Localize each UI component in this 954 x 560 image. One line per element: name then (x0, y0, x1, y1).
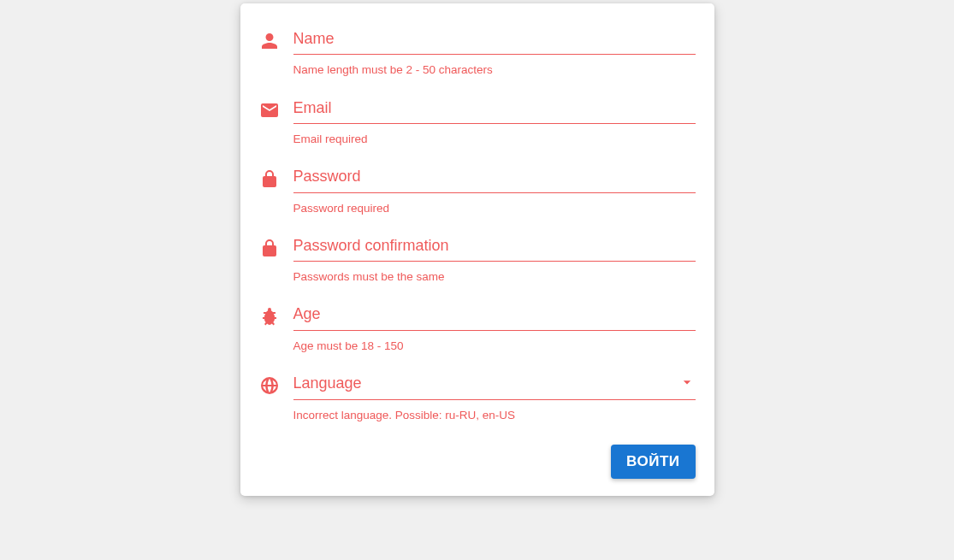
password-hint: Password required (293, 202, 696, 215)
chevron-down-icon (678, 374, 696, 394)
field-email: Email Email required (259, 93, 696, 147)
mail-icon (259, 93, 293, 121)
lock-icon (259, 162, 293, 189)
field-age: Age Age must be 18 - 150 (259, 299, 696, 353)
password-confirm-label: Password confirmation (293, 236, 449, 256)
globe-icon (259, 368, 293, 396)
password-confirm-hint: Passwords must be the same (293, 270, 696, 284)
age-hint: Age must be 18 - 150 (293, 339, 696, 353)
age-input[interactable]: Age (293, 299, 696, 330)
age-label: Age (293, 304, 321, 324)
name-hint: Name length must be 2 - 50 characters (293, 63, 696, 77)
language-label: Language (293, 374, 362, 393)
field-password-confirm: Password confirmation Passwords must be … (259, 231, 696, 285)
form-actions: ВОЙТИ (259, 445, 696, 479)
name-label: Name (293, 29, 335, 49)
person-icon (259, 24, 293, 51)
submit-button[interactable]: ВОЙТИ (611, 445, 695, 479)
password-label: Password (293, 167, 361, 186)
language-hint: Incorrect language. Possible: ru-RU, en-… (293, 409, 696, 422)
field-name: Name Name length must be 2 - 50 characte… (259, 24, 696, 78)
email-input[interactable]: Email (293, 93, 696, 124)
password-input[interactable]: Password (293, 162, 696, 192)
field-language: Language Incorrect language. Possible: r… (259, 368, 696, 422)
bug-icon (259, 299, 293, 327)
name-input[interactable]: Name (293, 24, 696, 55)
field-password: Password Password required (259, 162, 696, 215)
email-hint: Email required (293, 133, 696, 146)
signup-card: Name Name length must be 2 - 50 characte… (240, 3, 714, 496)
password-confirm-input[interactable]: Password confirmation (293, 231, 696, 262)
lock-icon (259, 231, 293, 258)
email-label: Email (293, 98, 332, 118)
language-select[interactable]: Language (293, 368, 696, 400)
